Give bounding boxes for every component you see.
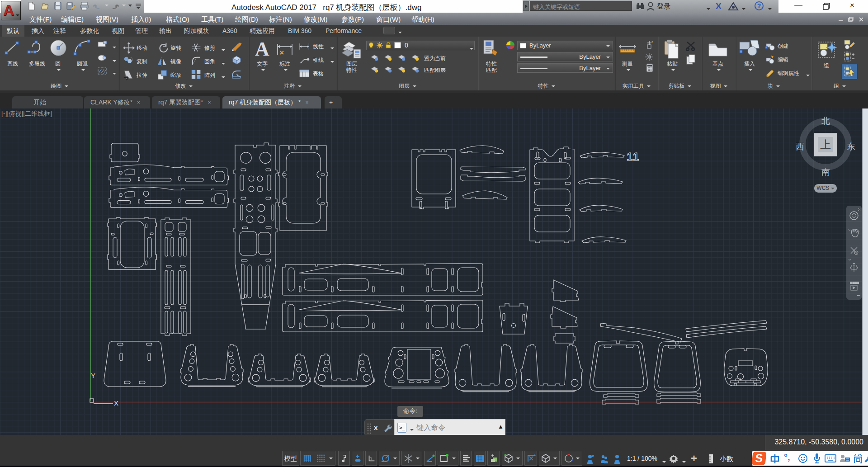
svg-text:Y: Y — [91, 372, 95, 379]
svg-text:11: 11 — [627, 151, 640, 163]
svg-text:X: X — [114, 399, 118, 407]
